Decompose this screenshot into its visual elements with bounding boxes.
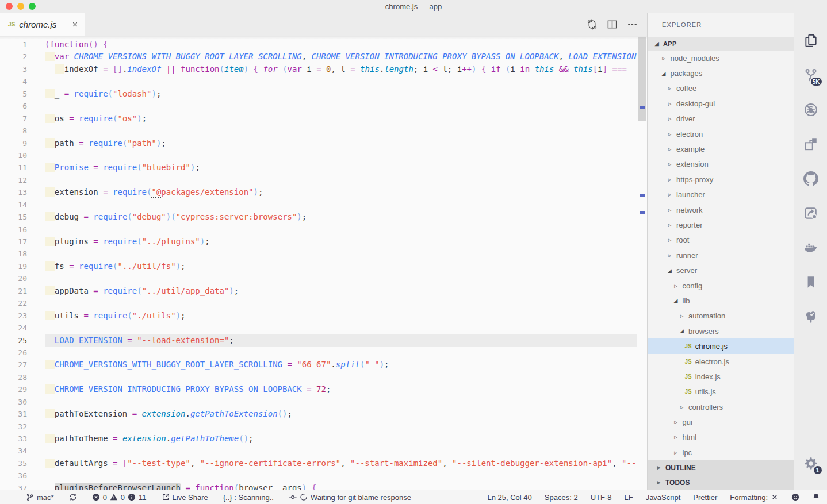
line-number[interactable]: 8 (0, 125, 27, 137)
tree-item-runner[interactable]: ▹runner (648, 248, 794, 263)
language-mode[interactable]: JavaScript (646, 493, 681, 502)
line-number[interactable]: 22 (0, 297, 27, 309)
line-number[interactable]: 23 (0, 310, 27, 322)
tree-item-driver[interactable]: ▹driver (648, 111, 794, 126)
code-text[interactable]: CHROME_VERSIONS_WITH_BUGGY_ROOT_LAYER_SC… (45, 359, 637, 371)
tree-item-reporter[interactable]: ▹reporter (648, 217, 794, 232)
tree-item-root[interactable]: ▹root (648, 233, 794, 248)
line-number[interactable]: 5 (0, 88, 27, 100)
activity-explorer[interactable] (798, 33, 824, 68)
git-blame-status[interactable]: Waiting for git blame response (289, 493, 411, 502)
code-text[interactable]: debug = require("debug")("cypress:server… (45, 211, 637, 223)
zoom-window-button[interactable] (29, 3, 36, 10)
code-text[interactable]: _ = require("lodash"); (45, 88, 637, 100)
code-text[interactable] (45, 248, 637, 260)
line-number[interactable]: 21 (0, 285, 27, 297)
tree-item-lib[interactable]: ◢lib (648, 293, 794, 308)
code-text[interactable] (45, 272, 637, 284)
tree-item-controllers[interactable]: ▹controllers (648, 399, 794, 414)
line-number[interactable]: 19 (0, 260, 27, 272)
section-header-app[interactable]: ◢ APP (648, 37, 794, 51)
code-text[interactable]: CHROME_VERSION_INTRODUCING_PROXY_BYPASS_… (45, 383, 637, 395)
code-text[interactable] (45, 224, 637, 236)
activity-todo-tree[interactable] (798, 309, 824, 344)
line-number[interactable]: 11 (0, 161, 27, 174)
line-number[interactable]: 33 (0, 433, 27, 445)
code-text[interactable]: plugins = require("../plugins"); (45, 236, 637, 248)
line-number[interactable]: 17 (0, 236, 27, 248)
synchronize-changes-button[interactable] (587, 19, 598, 30)
section-header-todos[interactable]: ▸ TODOS (648, 475, 794, 490)
line-number[interactable]: 34 (0, 445, 27, 457)
code-text[interactable]: utils = require("./utils"); (45, 310, 637, 322)
code-text[interactable]: defaultArgs = ["--test-type", "--ignore-… (45, 457, 637, 470)
section-header-outline[interactable]: ▸ OUTLINE (648, 460, 794, 475)
code-text[interactable]: indexOf = [].indexOf || function(item) {… (45, 63, 637, 75)
line-number[interactable]: 20 (0, 272, 27, 284)
line-number[interactable]: 27 (0, 359, 27, 371)
line-number[interactable]: 31 (0, 408, 27, 420)
code-text[interactable]: os = require("os"); (45, 113, 637, 125)
code-text[interactable] (45, 421, 637, 433)
line-number[interactable]: 10 (0, 149, 27, 161)
code-text[interactable]: pluginsBeforeBrowserLaunch = function(br… (45, 482, 637, 490)
line-number[interactable]: 29 (0, 383, 27, 395)
tree-item-utils-js[interactable]: JSutils.js (648, 384, 794, 399)
activity-extensions[interactable] (798, 137, 824, 171)
line-number[interactable]: 14 (0, 199, 27, 211)
tree-item-example[interactable]: ▹example (648, 141, 794, 156)
code-text[interactable] (45, 445, 637, 457)
split-editor-button[interactable] (607, 19, 618, 30)
formatter[interactable]: Prettier (693, 493, 717, 502)
line-number[interactable]: 32 (0, 421, 27, 433)
line-number[interactable]: 2 (0, 51, 27, 63)
line-number[interactable]: 24 (0, 322, 27, 334)
code-text[interactable] (45, 125, 637, 137)
problems-status[interactable]: 0011 (92, 493, 147, 502)
line-number[interactable]: 6 (0, 100, 27, 112)
tree-item-gui[interactable]: ▹gui (648, 414, 794, 429)
tree-item-launcher[interactable]: ▹launcher (648, 187, 794, 202)
line-number[interactable]: 7 (0, 113, 27, 125)
tree-item-extension[interactable]: ▹extension (648, 157, 794, 172)
tree-item-ipc[interactable]: ▹ipc (648, 445, 794, 460)
code-text[interactable]: pathToExtension = extension.getPathToExt… (45, 408, 637, 420)
line-number[interactable]: 35 (0, 457, 27, 470)
code-text[interactable]: (function() { (45, 39, 637, 51)
code-text[interactable] (45, 470, 637, 482)
activity-docker[interactable] (798, 240, 824, 275)
line-number[interactable]: 30 (0, 396, 27, 408)
tree-item-desktop-gui[interactable]: ▹desktop-gui (648, 96, 794, 111)
code-text[interactable] (45, 199, 637, 211)
tree-item-packages[interactable]: ◢packages (648, 66, 794, 80)
line-number[interactable]: 4 (0, 75, 27, 87)
line-number[interactable]: 12 (0, 174, 27, 186)
line-number[interactable]: 37 (0, 482, 27, 490)
activity-settings[interactable]: 1 (798, 456, 824, 486)
tree-item-browsers[interactable]: ◢browsers (648, 324, 794, 338)
code-text[interactable] (45, 396, 637, 408)
cursor-position[interactable]: Ln 25, Col 40 (487, 493, 531, 502)
tree-item-electron-js[interactable]: JSelectron.js (648, 354, 794, 369)
line-number[interactable]: 3 (0, 63, 27, 75)
code-text[interactable] (45, 347, 637, 359)
notifications[interactable] (812, 493, 820, 501)
code-text[interactable]: Promise = require("bluebird"); (45, 161, 637, 174)
code-text[interactable] (45, 174, 637, 186)
close-window-button[interactable] (6, 3, 13, 10)
minimize-window-button[interactable] (17, 3, 24, 10)
line-number[interactable]: 9 (0, 137, 27, 149)
code-text[interactable]: pathToTheme = extension.getPathToTheme()… (45, 433, 637, 445)
tree-item-automation[interactable]: ▹automation (648, 309, 794, 324)
tree-item-coffee[interactable]: ▹coffee (648, 81, 794, 96)
tree-item-html[interactable]: ▹html (648, 430, 794, 445)
encoding[interactable]: UTF-8 (591, 493, 612, 502)
feedback[interactable] (791, 493, 799, 501)
eol[interactable]: LF (624, 493, 633, 502)
activity-bookmarks[interactable] (798, 275, 824, 309)
code-text[interactable] (45, 149, 637, 161)
line-number[interactable]: 15 (0, 211, 27, 223)
tree-item-chrome-js[interactable]: JSchrome.js (648, 338, 794, 353)
code-text[interactable] (45, 75, 637, 87)
code-text[interactable] (45, 371, 637, 383)
